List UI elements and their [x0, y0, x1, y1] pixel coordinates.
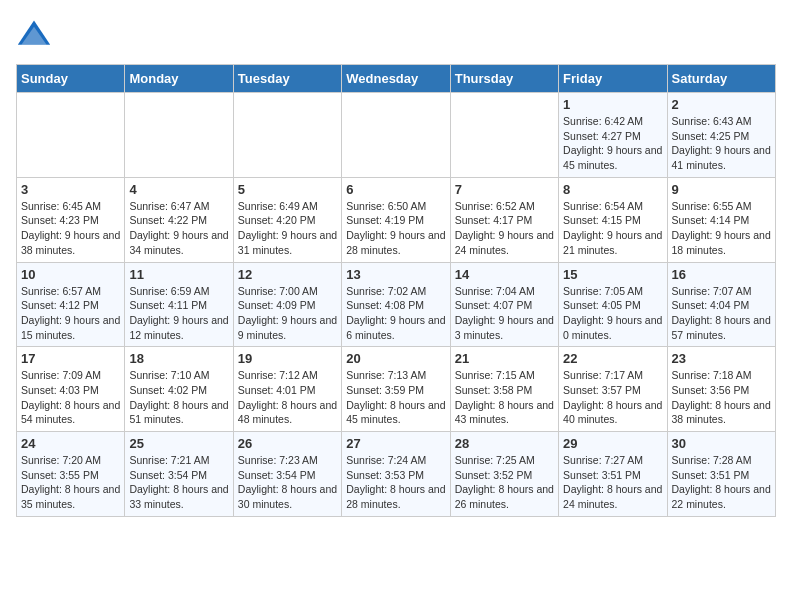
day-number: 8 — [563, 182, 662, 197]
day-cell: 1Sunrise: 6:42 AM Sunset: 4:27 PM Daylig… — [559, 93, 667, 178]
day-cell: 9Sunrise: 6:55 AM Sunset: 4:14 PM Daylig… — [667, 177, 775, 262]
day-cell: 12Sunrise: 7:00 AM Sunset: 4:09 PM Dayli… — [233, 262, 341, 347]
day-number: 16 — [672, 267, 771, 282]
day-number: 25 — [129, 436, 228, 451]
day-number: 22 — [563, 351, 662, 366]
day-number: 28 — [455, 436, 554, 451]
day-cell: 3Sunrise: 6:45 AM Sunset: 4:23 PM Daylig… — [17, 177, 125, 262]
logo — [16, 16, 56, 52]
day-info: Sunrise: 7:23 AM Sunset: 3:54 PM Dayligh… — [238, 453, 337, 512]
day-number: 9 — [672, 182, 771, 197]
day-number: 26 — [238, 436, 337, 451]
week-row-2: 10Sunrise: 6:57 AM Sunset: 4:12 PM Dayli… — [17, 262, 776, 347]
day-info: Sunrise: 7:17 AM Sunset: 3:57 PM Dayligh… — [563, 368, 662, 427]
day-cell: 4Sunrise: 6:47 AM Sunset: 4:22 PM Daylig… — [125, 177, 233, 262]
day-cell: 5Sunrise: 6:49 AM Sunset: 4:20 PM Daylig… — [233, 177, 341, 262]
logo-icon — [16, 16, 52, 52]
day-cell: 18Sunrise: 7:10 AM Sunset: 4:02 PM Dayli… — [125, 347, 233, 432]
day-cell: 19Sunrise: 7:12 AM Sunset: 4:01 PM Dayli… — [233, 347, 341, 432]
day-cell: 24Sunrise: 7:20 AM Sunset: 3:55 PM Dayli… — [17, 432, 125, 517]
calendar-table: SundayMondayTuesdayWednesdayThursdayFrid… — [16, 64, 776, 517]
day-number: 19 — [238, 351, 337, 366]
header — [16, 16, 776, 52]
day-cell: 20Sunrise: 7:13 AM Sunset: 3:59 PM Dayli… — [342, 347, 450, 432]
col-header-thursday: Thursday — [450, 65, 558, 93]
day-cell: 17Sunrise: 7:09 AM Sunset: 4:03 PM Dayli… — [17, 347, 125, 432]
day-cell: 28Sunrise: 7:25 AM Sunset: 3:52 PM Dayli… — [450, 432, 558, 517]
day-number: 18 — [129, 351, 228, 366]
day-info: Sunrise: 6:45 AM Sunset: 4:23 PM Dayligh… — [21, 199, 120, 258]
day-cell: 2Sunrise: 6:43 AM Sunset: 4:25 PM Daylig… — [667, 93, 775, 178]
day-cell: 29Sunrise: 7:27 AM Sunset: 3:51 PM Dayli… — [559, 432, 667, 517]
day-number: 1 — [563, 97, 662, 112]
day-info: Sunrise: 6:54 AM Sunset: 4:15 PM Dayligh… — [563, 199, 662, 258]
col-header-monday: Monday — [125, 65, 233, 93]
col-header-saturday: Saturday — [667, 65, 775, 93]
day-info: Sunrise: 7:05 AM Sunset: 4:05 PM Dayligh… — [563, 284, 662, 343]
day-cell — [450, 93, 558, 178]
day-cell: 23Sunrise: 7:18 AM Sunset: 3:56 PM Dayli… — [667, 347, 775, 432]
day-info: Sunrise: 6:50 AM Sunset: 4:19 PM Dayligh… — [346, 199, 445, 258]
col-header-sunday: Sunday — [17, 65, 125, 93]
day-info: Sunrise: 6:47 AM Sunset: 4:22 PM Dayligh… — [129, 199, 228, 258]
day-cell: 14Sunrise: 7:04 AM Sunset: 4:07 PM Dayli… — [450, 262, 558, 347]
day-info: Sunrise: 7:27 AM Sunset: 3:51 PM Dayligh… — [563, 453, 662, 512]
day-cell — [17, 93, 125, 178]
day-cell: 10Sunrise: 6:57 AM Sunset: 4:12 PM Dayli… — [17, 262, 125, 347]
day-number: 12 — [238, 267, 337, 282]
day-number: 13 — [346, 267, 445, 282]
day-info: Sunrise: 7:04 AM Sunset: 4:07 PM Dayligh… — [455, 284, 554, 343]
day-info: Sunrise: 6:59 AM Sunset: 4:11 PM Dayligh… — [129, 284, 228, 343]
day-number: 20 — [346, 351, 445, 366]
calendar-body: 1Sunrise: 6:42 AM Sunset: 4:27 PM Daylig… — [17, 93, 776, 517]
day-cell: 11Sunrise: 6:59 AM Sunset: 4:11 PM Dayli… — [125, 262, 233, 347]
day-cell: 16Sunrise: 7:07 AM Sunset: 4:04 PM Dayli… — [667, 262, 775, 347]
day-number: 17 — [21, 351, 120, 366]
day-cell: 6Sunrise: 6:50 AM Sunset: 4:19 PM Daylig… — [342, 177, 450, 262]
week-row-0: 1Sunrise: 6:42 AM Sunset: 4:27 PM Daylig… — [17, 93, 776, 178]
day-cell: 27Sunrise: 7:24 AM Sunset: 3:53 PM Dayli… — [342, 432, 450, 517]
day-number: 23 — [672, 351, 771, 366]
week-row-4: 24Sunrise: 7:20 AM Sunset: 3:55 PM Dayli… — [17, 432, 776, 517]
day-info: Sunrise: 7:25 AM Sunset: 3:52 PM Dayligh… — [455, 453, 554, 512]
day-info: Sunrise: 6:52 AM Sunset: 4:17 PM Dayligh… — [455, 199, 554, 258]
day-number: 5 — [238, 182, 337, 197]
day-cell: 21Sunrise: 7:15 AM Sunset: 3:58 PM Dayli… — [450, 347, 558, 432]
day-info: Sunrise: 7:20 AM Sunset: 3:55 PM Dayligh… — [21, 453, 120, 512]
day-info: Sunrise: 7:07 AM Sunset: 4:04 PM Dayligh… — [672, 284, 771, 343]
day-cell — [125, 93, 233, 178]
day-cell: 30Sunrise: 7:28 AM Sunset: 3:51 PM Dayli… — [667, 432, 775, 517]
day-info: Sunrise: 6:49 AM Sunset: 4:20 PM Dayligh… — [238, 199, 337, 258]
col-header-wednesday: Wednesday — [342, 65, 450, 93]
day-cell — [233, 93, 341, 178]
day-info: Sunrise: 7:21 AM Sunset: 3:54 PM Dayligh… — [129, 453, 228, 512]
day-number: 6 — [346, 182, 445, 197]
day-number: 29 — [563, 436, 662, 451]
header-row: SundayMondayTuesdayWednesdayThursdayFrid… — [17, 65, 776, 93]
day-info: Sunrise: 7:10 AM Sunset: 4:02 PM Dayligh… — [129, 368, 228, 427]
day-cell: 15Sunrise: 7:05 AM Sunset: 4:05 PM Dayli… — [559, 262, 667, 347]
day-number: 14 — [455, 267, 554, 282]
day-number: 7 — [455, 182, 554, 197]
day-info: Sunrise: 7:28 AM Sunset: 3:51 PM Dayligh… — [672, 453, 771, 512]
week-row-1: 3Sunrise: 6:45 AM Sunset: 4:23 PM Daylig… — [17, 177, 776, 262]
col-header-tuesday: Tuesday — [233, 65, 341, 93]
day-number: 27 — [346, 436, 445, 451]
day-info: Sunrise: 6:55 AM Sunset: 4:14 PM Dayligh… — [672, 199, 771, 258]
day-number: 24 — [21, 436, 120, 451]
day-cell — [342, 93, 450, 178]
day-cell: 22Sunrise: 7:17 AM Sunset: 3:57 PM Dayli… — [559, 347, 667, 432]
day-info: Sunrise: 7:12 AM Sunset: 4:01 PM Dayligh… — [238, 368, 337, 427]
day-number: 10 — [21, 267, 120, 282]
day-cell: 26Sunrise: 7:23 AM Sunset: 3:54 PM Dayli… — [233, 432, 341, 517]
day-info: Sunrise: 7:24 AM Sunset: 3:53 PM Dayligh… — [346, 453, 445, 512]
day-info: Sunrise: 6:57 AM Sunset: 4:12 PM Dayligh… — [21, 284, 120, 343]
day-info: Sunrise: 7:18 AM Sunset: 3:56 PM Dayligh… — [672, 368, 771, 427]
day-number: 4 — [129, 182, 228, 197]
week-row-3: 17Sunrise: 7:09 AM Sunset: 4:03 PM Dayli… — [17, 347, 776, 432]
day-info: Sunrise: 6:43 AM Sunset: 4:25 PM Dayligh… — [672, 114, 771, 173]
day-info: Sunrise: 7:00 AM Sunset: 4:09 PM Dayligh… — [238, 284, 337, 343]
day-number: 21 — [455, 351, 554, 366]
day-info: Sunrise: 7:15 AM Sunset: 3:58 PM Dayligh… — [455, 368, 554, 427]
day-cell: 8Sunrise: 6:54 AM Sunset: 4:15 PM Daylig… — [559, 177, 667, 262]
